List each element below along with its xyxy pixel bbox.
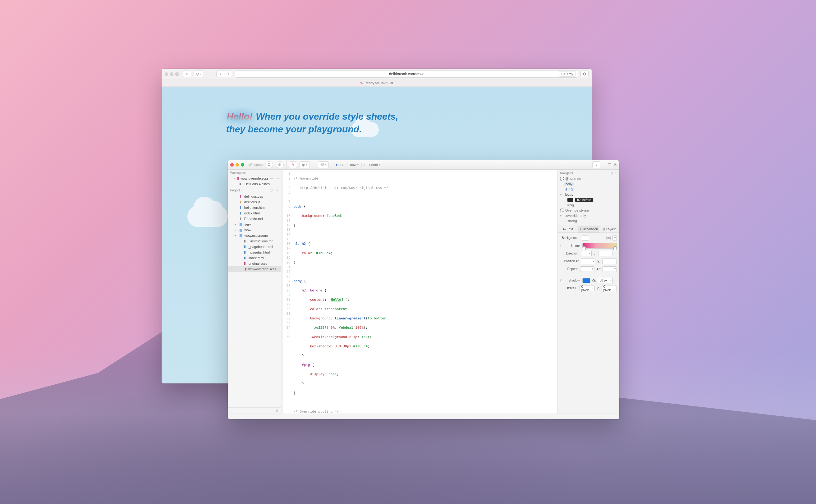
file-row[interactable]: ▮delirious.js: [228, 199, 281, 205]
pencil-button[interactable]: ✎: [183, 71, 191, 77]
globe-icon: ◐: [239, 182, 243, 186]
file-row[interactable]: ▮ReadMe.md: [228, 216, 281, 222]
close-icon[interactable]: [165, 72, 168, 76]
shadow-blur[interactable]: 30 px: [598, 278, 613, 283]
search-button[interactable]: [265, 161, 273, 168]
swatch-list-button[interactable]: ▦: [606, 236, 611, 240]
nav-item[interactable]: ▾.override-only: [559, 213, 617, 218]
zoom-icon[interactable]: [175, 72, 179, 76]
gradient-stop[interactable]: [613, 246, 617, 250]
add-icon[interactable]: ⊞: [611, 172, 613, 175]
dynamo-icon[interactable]: Ⓓ: [270, 188, 273, 193]
workspace-open-file[interactable]: × ▮ wow-override.scss wo…amo: [228, 176, 281, 181]
minimize-icon[interactable]: [170, 72, 173, 76]
offsetx-select[interactable]: 0 pixels: [580, 286, 595, 291]
window-title: Welcome: [249, 163, 263, 167]
nav-item-selected[interactable]: │h2::before: [559, 197, 617, 203]
direction-input[interactable]: [598, 251, 612, 256]
more-icon[interactable]: ⋯: [278, 268, 281, 270]
folder-row[interactable]: ▸▆very: [228, 222, 281, 227]
gear-dropdown[interactable]: ▾: [318, 161, 329, 168]
background-swatch[interactable]: [581, 236, 589, 241]
image-row: ⎘ Image:: [560, 243, 617, 249]
folder-row[interactable]: ▾▆wow.esdynamo: [228, 233, 281, 238]
gradient-stop[interactable]: [583, 246, 586, 250]
reload-button[interactable]: [580, 71, 589, 77]
close-tab-icon[interactable]: ×: [234, 177, 236, 180]
file-row[interactable]: ▮index.html: [228, 210, 281, 216]
pencil-button[interactable]: ✎: [289, 161, 297, 168]
file-row[interactable]: ▮hello-zen.html: [228, 205, 281, 210]
tab-title[interactable]: Ready for Take-Off: [364, 81, 393, 85]
workspace-site[interactable]: ◐ Delirious Airlines: [228, 181, 281, 187]
svg-point-2: [268, 163, 270, 165]
nav-item[interactable]: body: [559, 181, 617, 187]
file-row[interactable]: ▮original.scss: [228, 261, 281, 266]
toolbar-divider: [286, 160, 287, 169]
cloud-decoration: [187, 205, 228, 227]
nav-item[interactable]: ▾body: [559, 192, 617, 197]
nav-item[interactable]: 💬Override styling: [559, 208, 617, 213]
add-icon[interactable]: ⊕: [276, 409, 278, 413]
posy-select[interactable]: [602, 259, 617, 264]
forward-button[interactable]: [224, 71, 232, 77]
nav-item[interactable]: strong: [559, 218, 617, 224]
file-icon: ▮: [238, 211, 243, 215]
close-icon[interactable]: [230, 163, 234, 167]
face-button[interactable]: [276, 161, 284, 168]
zoom-icon[interactable]: [241, 163, 244, 167]
project-header[interactable]: Project › Ⓓ ⊡▾: [228, 187, 281, 194]
tab-text[interactable]: AₐText: [557, 226, 578, 232]
posx-select[interactable]: [581, 259, 595, 264]
filter-icon[interactable]: ⑂: [615, 172, 617, 175]
nav-item[interactable]: 💬@override: [559, 176, 617, 181]
file-row-selected[interactable]: ▮wow-override.scss⋯: [228, 266, 281, 272]
target-dropdown[interactable]: ◎ ▾: [194, 71, 204, 77]
nav-item[interactable]: h1, h2: [559, 187, 617, 192]
minimize-icon[interactable]: [236, 163, 239, 167]
lock-icon[interactable]: ⎘: [560, 244, 564, 248]
window-controls[interactable]: [230, 163, 244, 167]
wrench-icon[interactable]: 🛠: [613, 163, 617, 167]
address-bar[interactable]: deliriousair.com/wow Xray: [235, 70, 578, 78]
folder-row[interactable]: ▸▆wow: [228, 227, 281, 233]
direction-select[interactable]: ↓: [581, 251, 592, 256]
file-row[interactable]: ▮_instructions.md: [228, 238, 281, 244]
back-button[interactable]: [216, 71, 224, 77]
disclosure-icon[interactable]: ▾: [560, 214, 564, 218]
code-editor[interactable]: 1234567891011121314151617181920212223242…: [283, 170, 557, 414]
zen-chip[interactable]: ●zen: [336, 163, 344, 167]
new-dropdown[interactable]: new▾: [350, 163, 359, 167]
hash-button[interactable]: #: [592, 161, 600, 168]
gradient-bar[interactable]: [582, 243, 617, 249]
file-icon: ▮: [245, 267, 247, 271]
disclosure-icon[interactable]: ▸: [234, 223, 237, 226]
reindent-dropdown[interactable]: re-indent▾: [364, 163, 380, 167]
file-row[interactable]: ▮_pagetail.html: [228, 250, 281, 255]
disclosure-icon[interactable]: ▾: [560, 193, 564, 197]
disclosure-icon[interactable]: ▾: [234, 234, 237, 237]
lock-icon[interactable]: ⎘: [560, 279, 564, 282]
background-more[interactable]: [612, 235, 617, 241]
background-row: Background: ▦: [560, 235, 617, 241]
shadow-swatch[interactable]: [582, 278, 590, 283]
file-row[interactable]: ▮_pagehead.html: [228, 244, 281, 250]
file-row[interactable]: ▮delirious.css: [228, 194, 281, 199]
nav-item[interactable]: #pig: [559, 203, 617, 208]
offsety-select[interactable]: 0 pixels: [602, 286, 617, 291]
window-controls[interactable]: [165, 72, 179, 76]
code-source[interactable]: /* @override http://deliriousair.com/wow…: [293, 170, 396, 414]
att-select[interactable]: [603, 266, 617, 272]
disclosure-icon[interactable]: ▸: [234, 228, 237, 231]
tab-decoration[interactable]: ✦Decoration: [578, 226, 598, 232]
target-dropdown[interactable]: ◎ ▾: [300, 161, 310, 168]
secondary-tab[interactable]: wo…amo: [270, 177, 282, 180]
list-icon[interactable]: ☰: [608, 163, 611, 167]
repeat-select[interactable]: [580, 266, 595, 272]
file-row[interactable]: ▮index.html: [228, 255, 281, 261]
workspace-header[interactable]: Workspace ›: [228, 170, 281, 176]
filter-icon[interactable]: ⑂: [230, 409, 232, 413]
scan-icon[interactable]: ⊡▾: [275, 188, 278, 193]
tab-layout[interactable]: ⊞Layout: [599, 226, 619, 232]
xray-toggle[interactable]: Xray: [559, 71, 576, 77]
